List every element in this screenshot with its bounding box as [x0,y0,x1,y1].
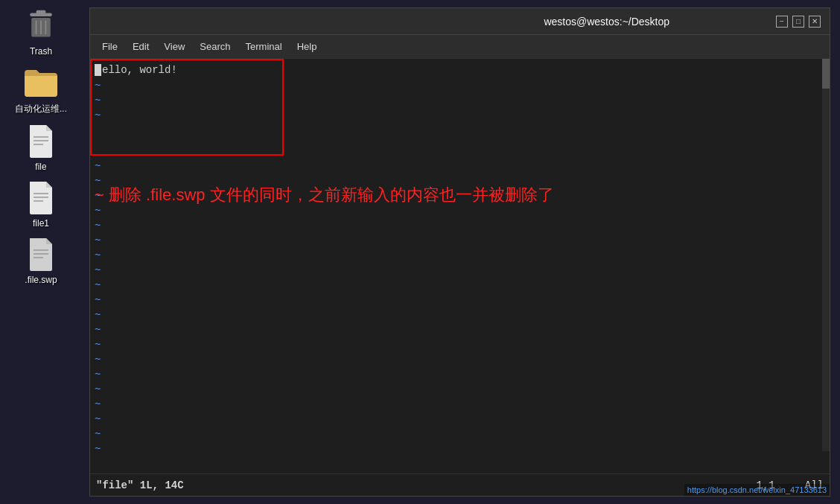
vim-tilde-line-10: ~ [90,233,830,248]
file1-label: file1 [33,218,49,229]
vim-tilde-line-24: ~ [90,441,830,456]
vim-status-file: "file" 1L, 14C [96,479,184,491]
vim-tilde-line-19: ~ [90,367,830,382]
vim-line-1: ello, world! [90,62,830,78]
desktop-icon-folder[interactable]: 自动化运维... [7,64,74,115]
swp-icon [23,236,59,272]
vim-tilde-line-20: ~ [90,382,830,397]
menu-help[interactable]: Help [291,38,323,55]
vim-tilde-line-8: ~ [90,203,830,218]
desktop-icon-file1[interactable]: file1 [7,179,74,229]
desktop-icon-file[interactable]: file [7,123,74,172]
folder-label: 自动化运维... [15,103,67,115]
vim-tilde-line-15: ~ [90,307,830,322]
vim-content: ello, world! ~ ~ ~ ~ 删除 .file.swp 文件的同时，… [90,59,830,473]
desktop-icon-trash[interactable]: Trash [7,7,74,57]
vim-editor-area[interactable]: ello, world! ~ ~ ~ ~ 删除 .file.swp 文件的同时，… [90,59,830,496]
url-bar: https://blog.csdn.net/weixin_47133613 [684,484,830,496]
vim-tilde-line-2: ~ [90,78,830,93]
vim-tilde-line-22: ~ [90,412,830,427]
file-label: file [35,162,46,172]
vim-tilde-line-5: ~ [90,159,830,173]
menu-search[interactable]: Search [194,38,236,55]
trash-icon [23,7,59,43]
vim-tilde-line-11: ~ [90,248,830,263]
vim-cursor [95,64,101,76]
close-button[interactable]: ✕ [809,16,821,28]
terminal-window: westos@westos:~/Desktop − □ ✕ File Edit … [89,7,830,497]
vim-tilde-line-6: ~ [90,173,830,188]
minimize-button[interactable]: − [776,16,788,28]
vim-line-1-text: ello, world! [95,64,177,76]
vim-tilde-line-9: ~ [90,218,830,233]
vim-tilde-line-13: ~ [90,278,830,293]
vim-tilde-line-16: ~ [90,322,830,337]
vim-tilde-line-14: ~ [90,293,830,307]
vim-tilde-line-12: ~ [90,263,830,278]
menu-bar: File Edit View Search Terminal Help [90,35,830,59]
desktop-icon-swp[interactable]: .file.swp [7,236,74,285]
restore-button[interactable]: □ [792,16,804,28]
vim-tilde-line-18: ~ [90,352,830,367]
menu-view[interactable]: View [158,38,191,55]
vim-scrollbar-thumb[interactable] [822,59,830,89]
vim-tilde-line-17: ~ [90,337,830,352]
window-controls: − □ ✕ [776,16,821,28]
vim-tilde-line-3: ~ [90,93,830,108]
vim-tilde-line-23: ~ [90,427,830,441]
vim-tilde-line-4: ~ [90,108,830,123]
vim-scrollbar[interactable] [822,59,830,451]
window-title: westos@westos:~/Desktop [438,16,777,28]
file1-icon [23,179,59,215]
menu-file[interactable]: File [96,38,124,55]
desktop: Trash 自动化运维... [0,0,840,504]
vim-tilde-line-21: ~ [90,397,830,412]
svg-rect-1 [36,10,46,14]
menu-terminal[interactable]: Terminal [240,38,288,55]
swp-label: .file.swp [25,275,57,285]
terminal-titlebar: westos@westos:~/Desktop − □ ✕ [90,8,830,35]
menu-edit[interactable]: Edit [127,38,155,55]
file-icon [23,123,59,159]
trash-label: Trash [30,46,52,57]
vim-tilde-line-7: ~ [90,188,830,203]
desktop-icon-area: Trash 自动化运维... [0,0,82,504]
folder-icon [23,64,59,100]
